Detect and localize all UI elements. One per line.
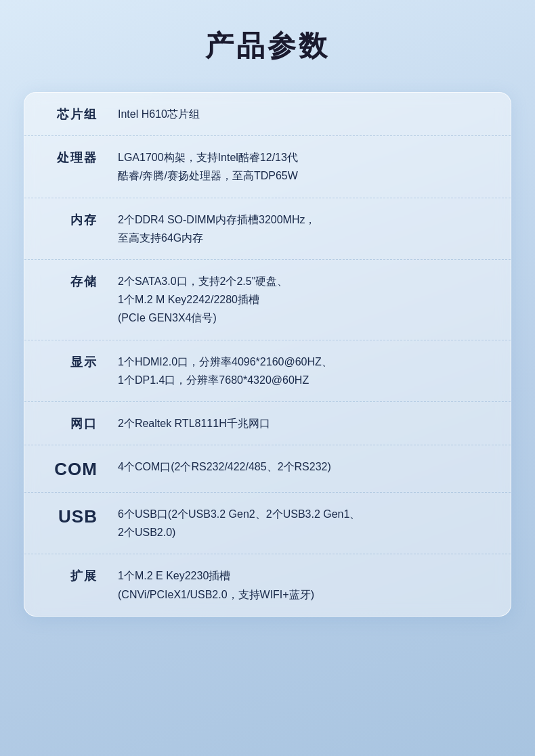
- spec-label: 网口: [43, 414, 98, 432]
- spec-row: 显示1个HDMI2.0口，分辨率4096*2160@60HZ、1个DP1.4口，…: [24, 340, 511, 402]
- spec-value: 6个USB口(2个USB3.2 Gen2、2个USB3.2 Gen1、2个USB…: [118, 505, 492, 541]
- spec-label: USB: [43, 505, 98, 527]
- page-title: 产品参数: [205, 27, 330, 65]
- spec-value: 2个SATA3.0口，支持2个2.5"硬盘、1个M.2 M Key2242/22…: [118, 272, 492, 328]
- spec-row: 芯片组Intel H610芯片组: [24, 93, 511, 136]
- spec-value: 2个DDR4 SO-DIMM内存插槽3200MHz，至高支持64G内存: [118, 210, 492, 247]
- spec-label: COM: [43, 458, 98, 480]
- spec-value: Intel H610芯片组: [118, 105, 492, 123]
- spec-row: 处理器LGA1700构架，支持Intel酷睿12/13代酷睿/奔腾/赛扬处理器，…: [24, 136, 511, 198]
- specs-card: 芯片组Intel H610芯片组处理器LGA1700构架，支持Intel酷睿12…: [24, 92, 511, 617]
- spec-label: 存储: [43, 272, 98, 290]
- spec-row: 存储2个SATA3.0口，支持2个2.5"硬盘、1个M.2 M Key2242/…: [24, 260, 511, 340]
- spec-value: 1个HDMI2.0口，分辨率4096*2160@60HZ、1个DP1.4口，分辨…: [118, 353, 492, 389]
- spec-label: 芯片组: [43, 105, 98, 123]
- spec-value: LGA1700构架，支持Intel酷睿12/13代酷睿/奔腾/赛扬处理器，至高T…: [118, 148, 492, 185]
- spec-label: 扩展: [43, 566, 98, 584]
- spec-row: 扩展1个M.2 E Key2230插槽(CNVi/PCIeX1/USB2.0，支…: [24, 554, 511, 615]
- spec-value: 4个COM口(2个RS232/422/485、2个RS232): [118, 458, 492, 476]
- spec-row: 网口2个Realtek RTL8111H千兆网口: [24, 402, 511, 445]
- spec-label: 处理器: [43, 148, 98, 166]
- spec-value: 1个M.2 E Key2230插槽(CNVi/PCIeX1/USB2.0，支持W…: [118, 566, 492, 603]
- spec-value: 2个Realtek RTL8111H千兆网口: [118, 414, 492, 432]
- spec-label: 显示: [43, 353, 98, 370]
- spec-row: 内存2个DDR4 SO-DIMM内存插槽3200MHz，至高支持64G内存: [24, 198, 511, 260]
- spec-row: USB6个USB口(2个USB3.2 Gen2、2个USB3.2 Gen1、2个…: [24, 493, 511, 554]
- spec-label: 内存: [43, 210, 98, 228]
- spec-row: COM4个COM口(2个RS232/422/485、2个RS232): [24, 445, 511, 493]
